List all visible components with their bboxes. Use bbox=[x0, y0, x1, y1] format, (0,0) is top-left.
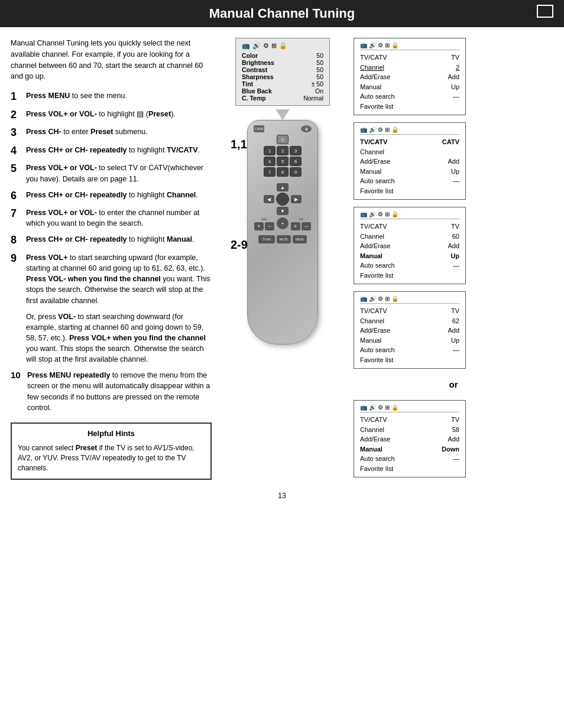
settings-icon-4: ⚙ bbox=[378, 295, 383, 302]
speaker-icon-5: 🔊 bbox=[369, 404, 376, 411]
lock-icon-5: 🔒 bbox=[391, 404, 398, 411]
tv-menu-5-row-4: ManualDown bbox=[360, 444, 459, 454]
step-1-text: Press MENU to see the menu. bbox=[26, 90, 212, 101]
tv-menu-4-row-4: ManualUp bbox=[360, 336, 459, 346]
remote-num-1[interactable]: 1 bbox=[264, 146, 275, 155]
menu-row-color: Color 50 bbox=[242, 52, 323, 59]
settings-icon-5: ⚙ bbox=[378, 404, 383, 411]
remote-standby-btn[interactable]: ⏻ bbox=[301, 125, 312, 132]
settings-icon-3: ⚙ bbox=[378, 211, 383, 217]
menu-row-contrast: Contrast 50 bbox=[242, 66, 323, 73]
tv-menu-3-row-4: ManualUp bbox=[360, 251, 459, 261]
tv-menu-1-icons: 📺 🔊 ⚙ ⊞ 🔒 bbox=[360, 42, 459, 50]
remote-menu-center[interactable]: ● bbox=[277, 217, 289, 229]
tv-menu-2-row-4: ManualUp bbox=[360, 167, 459, 177]
remote-left-btn[interactable]: ◀ bbox=[264, 195, 274, 203]
remote-right-btn[interactable]: ▶ bbox=[291, 195, 302, 203]
remote-up-btn[interactable]: ▲ bbox=[277, 183, 289, 191]
step-3: 3 Press CH- to enter Preset submenu. bbox=[11, 126, 212, 139]
tv-menu-3-row-5: Auto search— bbox=[360, 261, 459, 271]
tv-menu-4-row-5: Auto search— bbox=[360, 345, 459, 355]
step-9: 9 Press VOL+ to start searching upward (… bbox=[11, 252, 212, 306]
remote-tv-av-btn[interactable]: TV/AV bbox=[258, 235, 275, 243]
intro-text: Manual Channel Tuning lets you quickly s… bbox=[11, 38, 212, 82]
speaker-icon-3: 🔊 bbox=[369, 211, 376, 217]
grid-icon-3: ⊞ bbox=[385, 211, 390, 217]
remote-num-0[interactable]: 0 bbox=[277, 135, 289, 144]
tv-menu-5-row-5: Auto search— bbox=[360, 454, 459, 464]
tv-menu-4-row-3: Add/EraseAdd bbox=[360, 326, 459, 336]
helpful-hints-title: Helpful Hints bbox=[18, 428, 205, 440]
middle-column: 📺 🔊 ⚙ ⊞ 🔒 Color 50 Brightness 50 Contras… bbox=[218, 38, 348, 480]
step-6-num: 6 bbox=[11, 190, 26, 203]
tv-menu-5: 📺 🔊 ⚙ ⊞ 🔒 TV/CATVTV Channel58 Add/EraseA… bbox=[354, 400, 466, 477]
remote-num-4[interactable]: 4 bbox=[264, 157, 275, 166]
grid-icon-1: ⊞ bbox=[385, 42, 390, 48]
tv-menu-3-row-2: Channel60 bbox=[360, 232, 459, 242]
menu-row-ctemp: C. Temp Normal bbox=[242, 95, 323, 102]
remote-center-btn[interactable] bbox=[276, 193, 289, 206]
remote-control: CHAN ⏻ 0 1 2 3 4 5 6 7 bbox=[247, 120, 318, 344]
page-title: Manual Channel Tuning bbox=[209, 6, 355, 21]
tv-icon-1: 📺 bbox=[360, 42, 367, 48]
step-10-num: 10 bbox=[11, 370, 27, 381]
grid-icon-2: ⊞ bbox=[385, 126, 390, 133]
grid-icon-5: ⊞ bbox=[385, 404, 390, 411]
remote-num-9[interactable]: 9 bbox=[290, 167, 302, 177]
remote-num-2[interactable]: 2 bbox=[277, 146, 289, 155]
settings-icon-1: ⚙ bbox=[378, 42, 383, 48]
tv-menu-2-row-2: Channel bbox=[360, 147, 459, 157]
tv-menu-1-row-4: ManualUp bbox=[360, 82, 459, 92]
remote-vol-plus[interactable]: + bbox=[254, 222, 264, 230]
speaker-icon-1: 🔊 bbox=[369, 42, 376, 48]
tv-menu-1-row-5: Auto search— bbox=[360, 92, 459, 102]
step-7: 7 Press VOL+ or VOL- to enter the channe… bbox=[11, 207, 212, 229]
header-box bbox=[537, 5, 553, 18]
step-10: 10 Press MENU repeatedly to remove the m… bbox=[11, 370, 212, 413]
menu-row-tint: Tint ± 50 bbox=[242, 80, 323, 87]
tv-menu-5-row-6: Favorite list bbox=[360, 464, 459, 474]
step-2-text: Press VOL+ or VOL- to highlight ▤ (Prese… bbox=[26, 109, 212, 119]
tv-menu-1-row-1: TV/CATVTV bbox=[360, 53, 459, 63]
tv-menu-4-row-6: Favorite list bbox=[360, 355, 459, 365]
remote-ch-group: CH + – bbox=[291, 217, 311, 230]
step-2: 2 Press VOL+ or VOL- to highlight ▤ (Pre… bbox=[11, 109, 212, 122]
remote-mute-btn[interactable]: MUTE bbox=[277, 235, 291, 243]
remote-vol-ch-section: VOL + – ● CH + – bbox=[248, 217, 317, 230]
tv-menu-2-row-1: TV/CATVCATV bbox=[360, 137, 459, 147]
left-column: Manual Channel Tuning lets you quickly s… bbox=[11, 38, 212, 480]
speaker-icon-2: 🔊 bbox=[369, 126, 376, 133]
step-4-text: Press CH+ or CH- repeatedly to highlight… bbox=[26, 145, 212, 155]
remote-ch-plus[interactable]: + bbox=[291, 222, 300, 230]
remote-down-btn[interactable]: ▼ bbox=[277, 207, 289, 215]
tv-menu-2-row-3: Add/EraseAdd bbox=[360, 157, 459, 167]
step-5-num: 5 bbox=[11, 162, 26, 176]
step-1: 1 Press MENU to see the menu. bbox=[11, 90, 212, 103]
step-3-text: Press CH- to enter Preset submenu. bbox=[26, 126, 212, 137]
tv-icon-3: 📺 bbox=[360, 211, 367, 217]
remote-num-3[interactable]: 3 bbox=[290, 146, 302, 155]
tv-menu-2-row-5: Auto search— bbox=[360, 176, 459, 186]
remote-num-5[interactable]: 5 bbox=[277, 157, 289, 166]
remote-ch-minus[interactable]: – bbox=[302, 222, 311, 230]
steps-list: 1 Press MENU to see the menu. 2 Press VO… bbox=[11, 90, 212, 413]
tv-menu-1-row-3: Add/EraseAdd bbox=[360, 72, 459, 82]
remote-num-6[interactable]: 6 bbox=[290, 157, 302, 166]
step-label-2-9: 2-9 bbox=[231, 238, 248, 252]
remote-num-7[interactable]: 7 bbox=[264, 167, 275, 177]
lock-icon: 🔒 bbox=[279, 42, 287, 50]
step-4: 4 Press CH+ or CH- repeatedly to highlig… bbox=[11, 145, 212, 158]
remote-num-8[interactable]: 8 bbox=[277, 167, 289, 177]
tv-menu-3-row-1: TV/CATVTV bbox=[360, 222, 459, 232]
step-2-num: 2 bbox=[11, 109, 26, 122]
menu-screen-icon-bar: 📺 🔊 ⚙ ⊞ 🔒 bbox=[242, 42, 323, 50]
remote-chan-btn[interactable]: CHAN bbox=[254, 125, 264, 132]
menu-row-sharpness: Sharpness 50 bbox=[242, 73, 323, 80]
remote-vol-minus[interactable]: – bbox=[265, 222, 274, 230]
remote-num-grid: 1 2 3 4 5 6 7 8 9 bbox=[252, 146, 313, 177]
remote-menu-btn[interactable]: MENU bbox=[293, 235, 307, 243]
tv-menu-3-row-6: Favorite list bbox=[360, 271, 459, 281]
page-number: 13 bbox=[0, 492, 564, 500]
lock-icon-4: 🔒 bbox=[391, 295, 398, 302]
step-7-text: Press VOL+ or VOL- to enter the channel … bbox=[26, 207, 212, 229]
